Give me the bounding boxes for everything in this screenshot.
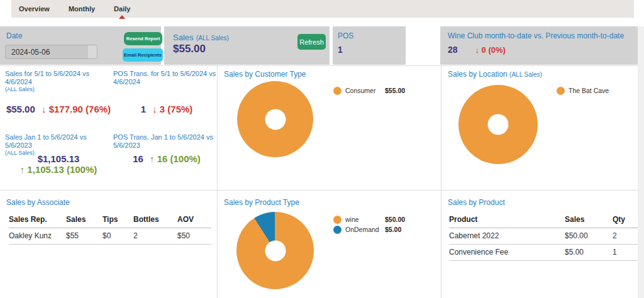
legend-dot-icon xyxy=(333,87,341,95)
row-divider xyxy=(0,65,638,66)
tab-overview[interactable]: Overview xyxy=(19,5,50,13)
date-label: Date xyxy=(6,31,22,40)
tab-bar: Overview Monthly Daily xyxy=(11,0,634,18)
date-panel: Date Resend Report Email Recipients xyxy=(0,26,161,65)
stat-sales-ytd: Sales Jan 1 to 5/6/2024 vs 5/6/2023 (ALL… xyxy=(5,133,112,157)
cell-product: Cabernet 2022 xyxy=(449,228,565,245)
column-header: Qty xyxy=(613,212,638,228)
product-type-title: Sales by Product Type xyxy=(224,198,299,207)
legend-label: OnDemand xyxy=(345,226,385,233)
product-type-legend: wine $50.00 OnDemand $5.00 xyxy=(333,214,405,235)
customer-type-legend: Consumer $55.00 xyxy=(333,86,405,96)
legend-label: wine xyxy=(345,216,385,223)
stat-delta: ↑ 16 (100%) xyxy=(150,153,201,164)
active-tab-indicator-icon xyxy=(119,15,125,19)
legend-item: OnDemand $5.00 xyxy=(333,224,405,235)
cell-qty: 2 xyxy=(613,228,638,245)
row-divider xyxy=(0,190,638,190)
date-input[interactable] xyxy=(5,45,97,59)
column-divider xyxy=(441,190,441,298)
stat-value: 1 xyxy=(141,104,146,114)
location-legend: The Bat Cave xyxy=(557,86,609,96)
stat-value: $55.00 xyxy=(6,104,35,114)
location-title: Sales by Location (ALL Sales) xyxy=(448,70,542,79)
right-scroll-gutter[interactable] xyxy=(638,26,644,298)
wine-club-values: 28 ↓ 0 (0%) xyxy=(448,45,506,55)
cell-sales-rep: Oakley Kunz xyxy=(9,228,66,245)
location-donut-chart xyxy=(458,85,538,164)
cell-aov: $50 xyxy=(177,228,211,245)
location-sublabel: (ALL Sales) xyxy=(509,71,542,78)
stat-delta: ↓ $177.90 (76%) xyxy=(42,104,111,114)
legend-label: The Bat Cave xyxy=(569,87,609,94)
cell-sales: $50.00 xyxy=(565,228,613,245)
legend-value: $50.00 xyxy=(385,216,405,223)
associate-table: Sales Rep. Sales Tips Bottles AOV Oakley… xyxy=(9,212,211,245)
wine-club-label: Wine Club month-to-date vs. Previous mon… xyxy=(448,31,624,40)
location-title-text: Sales by Location xyxy=(448,70,508,79)
column-divider xyxy=(441,66,441,190)
table-row: Convenience Fee $5.00 1 xyxy=(449,245,638,261)
customer-type-donut-chart xyxy=(237,81,313,157)
wine-club-value: 28 xyxy=(448,45,458,55)
resend-report-button[interactable]: Resend Report xyxy=(124,32,162,45)
legend-label: Consumer xyxy=(345,87,385,94)
stat-values: $55.00 ↓ $177.90 (76%) xyxy=(5,104,112,114)
product-table: Product Sales Qty Cabernet 2022 $50.00 2… xyxy=(449,212,638,261)
legend-item: wine $50.00 xyxy=(333,214,405,224)
legend-dot-icon xyxy=(557,87,565,95)
legend-dot-icon xyxy=(333,216,341,224)
pos-label: POS xyxy=(338,31,353,40)
product-table-header-row: Product Sales Qty xyxy=(449,212,638,228)
stat-delta: ↓ 3 (75%) xyxy=(152,104,192,114)
sales-sublabel: (ALL Sales) xyxy=(196,35,229,41)
legend-value: $5.00 xyxy=(385,226,401,233)
dashboard: Overview Monthly Daily Date Resend Repor… xyxy=(0,0,644,298)
cell-product: Convenience Fee xyxy=(449,245,565,261)
stat-sales-mtd: Sales for 5/1 to 5/6/2024 vs 4/6/2024 (A… xyxy=(5,70,112,93)
refresh-button[interactable]: Refresh xyxy=(297,34,326,50)
wine-club-delta: ↓ 0 (0%) xyxy=(475,45,505,55)
stat-values: $1,105.13 ↑ 1,105.13 (100%) xyxy=(5,153,112,175)
tab-monthly[interactable]: Monthly xyxy=(69,5,95,13)
legend-item: Consumer $55.00 xyxy=(333,86,405,96)
column-header: Sales xyxy=(565,212,613,228)
stat-sublabel: (ALL Sales) xyxy=(5,86,112,93)
column-header: Tips xyxy=(103,212,133,228)
stat-title: POS Trans. for 5/1 to 5/6/2024 vs 4/6/20… xyxy=(113,70,220,86)
customer-type-title: Sales by Customer Type xyxy=(224,70,306,79)
stat-title: POS Trans. Jan 1 to 5/6/2024 vs 5/6/2023 xyxy=(113,133,220,150)
legend-item: The Bat Cave xyxy=(557,86,609,96)
column-header: Sales Rep. xyxy=(9,212,66,228)
email-recipients-button[interactable]: Email Recipients xyxy=(123,48,163,62)
cell-tips: $0 xyxy=(103,228,133,245)
tab-daily-label: Daily xyxy=(114,5,130,13)
product-title: Sales by Product xyxy=(448,198,505,207)
product-type-donut-chart xyxy=(236,212,314,289)
stat-title: Sales for 5/1 to 5/6/2024 vs 4/6/2024 xyxy=(5,70,112,86)
sales-value: $55.00 xyxy=(173,43,206,55)
tab-daily[interactable]: Daily xyxy=(114,5,130,13)
column-divider xyxy=(217,190,218,298)
column-header: Bottles xyxy=(133,212,177,228)
stat-value: 16 xyxy=(133,153,143,164)
stat-title: Sales Jan 1 to 5/6/2024 vs 5/6/2023 xyxy=(5,133,112,150)
stat-values: 1 ↓ 3 (75%) xyxy=(113,104,220,114)
cell-bottles: 2 xyxy=(133,228,177,245)
column-header: AOV xyxy=(177,212,211,228)
associate-table-header-row: Sales Rep. Sales Tips Bottles AOV xyxy=(9,212,211,228)
stat-pos-trans-mtd: POS Trans. for 5/1 to 5/6/2024 vs 4/6/20… xyxy=(113,70,220,86)
table-row: Oakley Kunz $55 $0 2 $50 xyxy=(9,228,211,245)
wine-club-panel: Wine Club month-to-date vs. Previous mon… xyxy=(440,26,638,65)
legend-value: $55.00 xyxy=(385,87,405,94)
pos-value: 1 xyxy=(338,45,343,55)
associate-title: Sales by Associate xyxy=(6,198,70,207)
stat-pos-trans-ytd: POS Trans. Jan 1 to 5/6/2024 vs 5/6/2023… xyxy=(113,133,220,150)
cell-qty: 1 xyxy=(613,245,638,261)
stat-delta: ↑ 1,105.13 (100%) xyxy=(5,164,112,175)
cell-sales: $55 xyxy=(66,228,103,245)
stat-values: 16 ↑ 16 (100%) xyxy=(113,153,220,164)
legend-dot-icon xyxy=(333,226,341,234)
cell-sales: $5.00 xyxy=(565,245,613,261)
stat-value: $1,105.13 xyxy=(38,153,80,164)
